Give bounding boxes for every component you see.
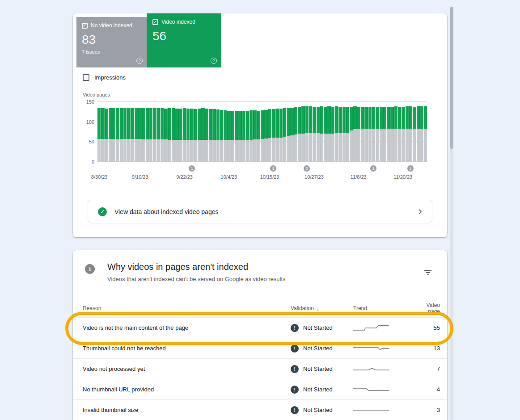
issues-table: Reason Validation ↓ Trend Video page Vid… <box>73 299 447 420</box>
chart-bar <box>186 102 190 162</box>
no-video-indexed-checkbox[interactable]: ✓ <box>82 23 88 29</box>
annotation-marker[interactable]: 1 <box>270 165 276 172</box>
validation-status: Not Started <box>303 407 333 413</box>
bar-segment-indexed <box>164 109 167 139</box>
annotation-marker[interactable]: 1 <box>370 165 376 172</box>
column-header-validation-label: Validation <box>291 305 314 311</box>
bar-segment-not-indexed <box>261 139 264 162</box>
tile-no-video-indexed[interactable]: ✓ No video indexed 83 7 issues ? <box>76 17 147 67</box>
impressions-toggle[interactable]: Impressions <box>83 74 126 81</box>
bar-segment-indexed <box>413 107 416 129</box>
chart-bar <box>305 102 309 162</box>
annotation-marker[interactable]: 1 <box>189 165 195 172</box>
issue-trend-sparkline <box>353 323 420 333</box>
bar-segment-indexed <box>417 106 420 129</box>
column-header-reason[interactable]: Reason <box>83 305 291 311</box>
bar-segment-not-indexed <box>238 140 241 162</box>
bar-segment-not-indexed <box>283 137 286 162</box>
bar-segment-indexed <box>127 108 130 139</box>
view-indexed-data-button[interactable]: ✓ View data about indexed video pages › <box>88 200 432 223</box>
tile-issues-link[interactable]: 7 issues <box>82 49 142 55</box>
bar-segment-not-indexed <box>109 139 112 162</box>
bar-segment-indexed <box>264 110 267 139</box>
bar-segment-not-indexed <box>346 133 349 162</box>
chart-bar <box>372 102 375 162</box>
chart-bar <box>216 102 220 162</box>
chart-bar <box>335 102 338 162</box>
annotation-marker[interactable]: 3 <box>304 165 310 172</box>
bar-segment-not-indexed <box>409 129 412 162</box>
column-header-trend[interactable]: Trend <box>353 305 420 311</box>
bar-segment-indexed <box>153 108 156 139</box>
bar-segment-indexed <box>146 108 149 139</box>
x-tick-label: 9/10/23 <box>132 174 148 180</box>
annotation-marker[interactable]: 1 <box>407 165 414 172</box>
bar-segment-not-indexed <box>420 129 423 162</box>
bar-segment-indexed <box>287 108 290 136</box>
issue-row[interactable]: Invalid thumbnail size ! Not Started 3 <box>73 399 447 420</box>
bar-segment-not-indexed <box>253 139 256 162</box>
help-icon[interactable]: ? <box>136 58 143 64</box>
video-indexed-checkbox[interactable]: ✓ <box>152 19 158 25</box>
bar-segment-indexed <box>131 108 134 139</box>
chart-bar <box>353 102 356 162</box>
bar-segment-not-indexed <box>183 140 186 162</box>
bar-segment-indexed <box>283 108 286 137</box>
bar-segment-not-indexed <box>324 134 327 162</box>
issue-row[interactable]: Video not processed yet ! Not Started 7 <box>73 358 447 379</box>
chart-bar <box>350 102 353 162</box>
bar-segment-indexed <box>123 108 127 139</box>
bar-segment-not-indexed <box>112 139 115 162</box>
bar-segment-indexed <box>290 108 293 136</box>
bar-segment-indexed <box>380 107 383 129</box>
bar-segment-not-indexed <box>335 133 338 162</box>
y-tick-label: 0 <box>92 159 94 164</box>
chart-bar <box>301 102 304 162</box>
tile-video-indexed[interactable]: ✓ Video indexed 56 ? <box>147 13 221 67</box>
exclamation-icon: ! <box>291 324 299 332</box>
bar-segment-indexed <box>242 111 245 140</box>
x-tick-label: 9/22/23 <box>176 174 193 180</box>
issue-validation: ! Not Started <box>291 365 353 373</box>
bar-segment-not-indexed <box>212 140 216 162</box>
bar-segment-indexed <box>409 106 412 129</box>
impressions-checkbox[interactable] <box>83 74 89 81</box>
bar-segment-indexed <box>338 107 342 133</box>
column-header-validation[interactable]: Validation ↓ <box>291 305 353 312</box>
chart-bar <box>317 102 320 162</box>
check-circle-icon: ✓ <box>98 207 107 216</box>
bar-segment-indexed <box>157 108 160 139</box>
chart-bar <box>149 102 152 162</box>
bar-segment-not-indexed <box>342 133 346 162</box>
chart-bar <box>394 102 397 162</box>
bar-segment-indexed <box>305 106 309 133</box>
bar-segment-not-indexed <box>105 139 108 162</box>
bar-segment-not-indexed <box>242 140 245 162</box>
column-header-pages[interactable]: Video page <box>420 302 440 315</box>
bar-segment-indexed <box>172 108 175 140</box>
bar-segment-indexed <box>324 107 327 134</box>
issue-row[interactable]: Thumbnail could not be reached ! Not Sta… <box>73 338 447 358</box>
chevron-right-icon: › <box>418 205 422 217</box>
bar-segment-not-indexed <box>131 139 134 162</box>
chart-bar <box>142 102 145 162</box>
chart-bar <box>101 102 104 162</box>
chart-bar <box>424 102 427 162</box>
help-icon[interactable]: ? <box>211 58 217 64</box>
bar-segment-not-indexed <box>186 140 190 162</box>
chart-bar <box>313 102 316 162</box>
chart-y-axis-title: Video pages <box>83 92 110 97</box>
chart-bar <box>97 102 101 162</box>
bar-segment-not-indexed <box>413 129 416 162</box>
issue-row[interactable]: No thumbnail URL provided ! Not Started … <box>73 379 447 399</box>
filter-icon[interactable] <box>424 270 432 275</box>
bar-segment-indexed <box>368 107 372 129</box>
chart-bar <box>116 102 119 162</box>
validation-status: Not Started <box>303 324 333 331</box>
bar-segment-indexed <box>142 108 145 139</box>
bar-segment-not-indexed <box>142 139 145 162</box>
scrollbar-thumb[interactable] <box>450 7 453 149</box>
bar-segment-indexed <box>220 110 223 140</box>
bar-segment-not-indexed <box>190 140 193 162</box>
issue-row[interactable]: Video is not the main content of the pag… <box>73 317 447 338</box>
